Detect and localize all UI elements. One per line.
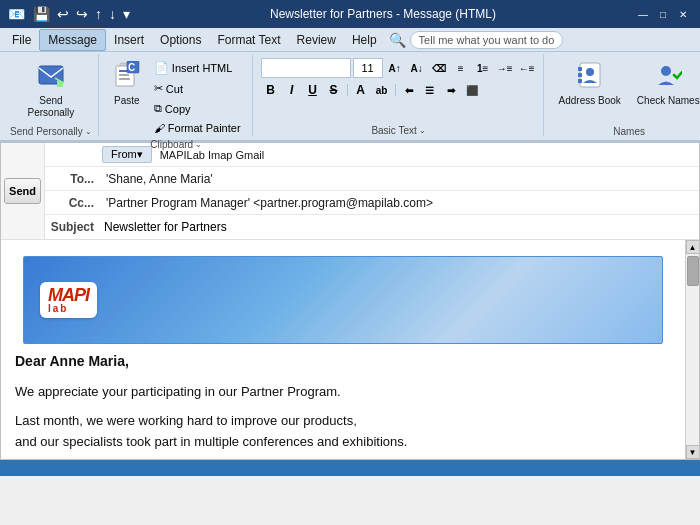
from-dropdown-button[interactable]: From▾ <box>102 146 152 163</box>
cc-row: Cc... 'Partner Program Manager' <partner… <box>45 191 699 215</box>
send-personally-dialog-arrow[interactable]: ⌄ <box>85 127 92 136</box>
outdent-btn[interactable]: ←≡ <box>517 58 537 78</box>
to-field[interactable]: 'Shane, Anne Maria' <box>104 170 699 188</box>
vertical-scrollbar[interactable]: ▲ ▼ <box>685 240 699 459</box>
from-account: MAPILab Imap Gmail <box>160 149 265 161</box>
ribbon-group-basic-text: A↑ A↓ ⌫ ≡ 1≡ →≡ ←≡ B I U S A <box>255 54 544 136</box>
menu-options[interactable]: Options <box>152 30 209 50</box>
logo-sub: lab <box>48 304 68 314</box>
minimize-button[interactable]: — <box>634 6 652 22</box>
clipboard-small-stack: 📄 Insert HTML ✂ Cut ⧉ Copy 🖌 Format Pain… <box>149 56 246 137</box>
ribbon-send-personally-content: SendPersonally <box>21 56 82 124</box>
paste-icon: C <box>114 61 140 93</box>
clear-format-btn[interactable]: ⌫ <box>429 58 449 78</box>
email-compose-container: Send From▾ MAPILab Imap Gmail To... 'Sha… <box>0 142 700 460</box>
down-qat-btn[interactable]: ↓ <box>107 4 118 24</box>
svg-rect-5 <box>119 78 130 80</box>
copy-icon: ⧉ <box>154 102 162 115</box>
cut-button[interactable]: ✂ Cut <box>149 79 246 98</box>
italic-button[interactable]: I <box>282 80 302 100</box>
ribbon-basic-text-group-label: Basic Text ⌄ <box>371 125 425 136</box>
close-button[interactable]: ✕ <box>674 6 692 22</box>
up-qat-btn[interactable]: ↑ <box>93 4 104 24</box>
scroll-up-arrow[interactable]: ▲ <box>686 240 700 254</box>
compose-wrapper: Send From▾ MAPILab Imap Gmail To... 'Sha… <box>1 143 699 239</box>
window-title: Newsletter for Partners - Message (HTML) <box>132 7 634 21</box>
send-personally-button[interactable]: SendPersonally <box>21 56 82 124</box>
basic-text-dialog-arrow[interactable]: ⌄ <box>419 126 426 135</box>
format-row2: B I U S A ab ⬅ ☰ ➡ ⬛ <box>261 80 537 100</box>
paste-button[interactable]: C Paste <box>107 56 147 124</box>
title-bar-left: 📧 💾 ↩ ↪ ↑ ↓ ▾ <box>8 4 132 24</box>
scroll-thumb[interactable] <box>687 256 699 286</box>
font-size-input[interactable] <box>353 58 383 78</box>
increase-font-btn[interactable]: A↑ <box>385 58 405 78</box>
menu-message[interactable]: Message <box>39 29 106 51</box>
svg-rect-11 <box>578 79 582 83</box>
ribbon-group-clipboard: C Paste 📄 Insert HTML ✂ Cut ⧉ <box>101 54 253 136</box>
format-painter-button[interactable]: 🖌 Format Painter <box>149 119 246 137</box>
menu-file[interactable]: File <box>4 30 39 50</box>
underline-button[interactable]: U <box>303 80 323 100</box>
to-row: To... 'Shane, Anne Maria' <box>45 167 699 191</box>
tell-me-input[interactable]: Tell me what you want to do <box>410 31 564 49</box>
cut-icon: ✂ <box>154 82 163 95</box>
email-greeting: Dear Anne Maria, <box>15 350 671 372</box>
send-button[interactable]: Send <box>4 178 41 204</box>
restore-button[interactable]: □ <box>654 6 672 22</box>
to-button[interactable]: To... <box>45 172 100 186</box>
align-center-btn[interactable]: ☰ <box>420 80 440 100</box>
insert-html-icon: 📄 <box>154 61 169 75</box>
check-names-button[interactable]: Check Names <box>630 56 700 124</box>
banner-logo: MAPI lab <box>40 282 97 318</box>
menu-bar: File Message Insert Options Format Text … <box>0 28 700 52</box>
menu-format-text[interactable]: Format Text <box>209 30 288 50</box>
undo-qat-btn[interactable]: ↩ <box>55 4 71 24</box>
insert-html-label: Insert HTML <box>172 62 233 74</box>
email-body-wrapper: MAPI lab Dear Anne Maria, We appreciate … <box>1 239 699 459</box>
menu-insert[interactable]: Insert <box>106 30 152 50</box>
address-book-button[interactable]: Address Book <box>552 56 628 124</box>
copy-button[interactable]: ⧉ Copy <box>149 99 246 118</box>
indent-btn[interactable]: →≡ <box>495 58 515 78</box>
logo-text: MAPI <box>48 286 89 304</box>
justify-btn[interactable]: ⬛ <box>462 80 482 100</box>
tell-me-label: Tell me what you want to do <box>419 34 555 46</box>
font-name-input[interactable] <box>261 58 351 78</box>
numbered-list-btn[interactable]: 1≡ <box>473 58 493 78</box>
list-btn[interactable]: ≡ <box>451 58 471 78</box>
save-qat-btn[interactable]: 💾 <box>31 4 52 24</box>
cut-label: Cut <box>166 83 183 95</box>
strikethrough-button[interactable]: S <box>324 80 344 100</box>
format-area: A↑ A↓ ⌫ ≡ 1≡ →≡ ←≡ B I U S A <box>261 56 537 100</box>
svg-point-13 <box>661 66 671 76</box>
ribbon-clipboard-content: C Paste 📄 Insert HTML ✂ Cut ⧉ <box>107 56 246 137</box>
align-right-btn[interactable]: ➡ <box>441 80 461 100</box>
svg-rect-10 <box>578 73 582 77</box>
email-banner: MAPI lab <box>23 256 663 344</box>
cc-button[interactable]: Cc... <box>45 196 100 210</box>
font-color-button[interactable]: A <box>351 80 371 100</box>
highlight-button[interactable]: ab <box>372 80 392 100</box>
insert-html-button[interactable]: 📄 Insert HTML <box>149 58 246 78</box>
align-left-btn[interactable]: ⬅ <box>399 80 419 100</box>
bold-button[interactable]: B <box>261 80 281 100</box>
search-icon: 🔍 <box>389 32 406 48</box>
subject-row: Subject <box>45 215 699 239</box>
decrease-font-btn[interactable]: A↓ <box>407 58 427 78</box>
menu-help[interactable]: Help <box>344 30 385 50</box>
email-para1: We appreciate your participating in our … <box>15 382 671 403</box>
address-book-icon <box>576 61 604 93</box>
ribbon-group-send-personally: SendPersonally Send Personally ⌄ <box>4 54 99 136</box>
redo-qat-btn[interactable]: ↪ <box>74 4 90 24</box>
send-personally-label: SendPersonally <box>28 95 75 119</box>
font-color-label: A <box>356 83 365 97</box>
cc-field[interactable]: 'Partner Program Manager' <partner.progr… <box>104 194 699 212</box>
svg-rect-4 <box>119 74 129 76</box>
svg-text:C: C <box>128 62 135 73</box>
subject-input[interactable] <box>100 218 699 236</box>
menu-review[interactable]: Review <box>289 30 344 50</box>
email-body[interactable]: MAPI lab Dear Anne Maria, We appreciate … <box>1 240 685 459</box>
more-qat-btn[interactable]: ▾ <box>121 4 132 24</box>
scroll-down-arrow[interactable]: ▼ <box>686 445 700 459</box>
